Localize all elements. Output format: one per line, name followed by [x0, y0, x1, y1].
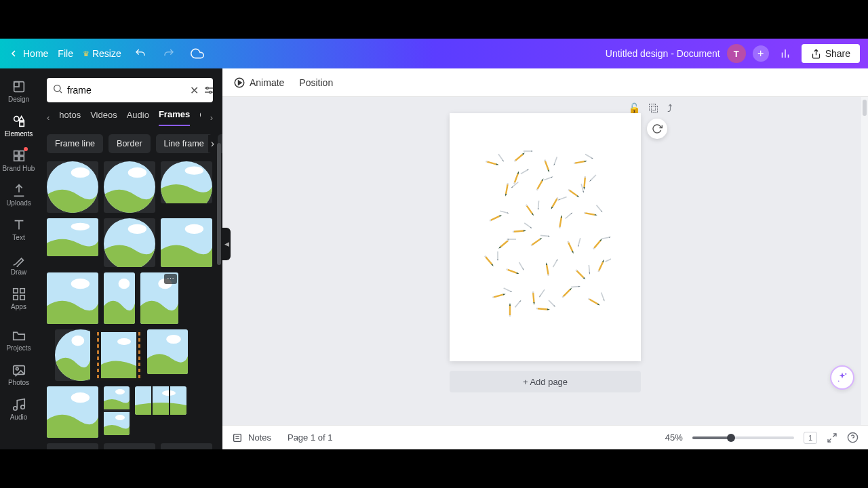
tab-videos[interactable]: Videos: [90, 110, 117, 125]
frame-thumb[interactable]: [161, 161, 212, 203]
help-button[interactable]: [847, 432, 859, 443]
canvas-vertical-scrollbar[interactable]: [861, 97, 868, 425]
rail-uploads[interactable]: Uploads: [0, 178, 37, 212]
frame-thumb[interactable]: [135, 386, 186, 415]
animate-button[interactable]: Animate: [233, 77, 284, 89]
page-1[interactable]: [450, 113, 641, 361]
page-content-image: [479, 143, 611, 319]
svg-rect-67: [97, 375, 99, 378]
zoom-slider[interactable]: [692, 436, 794, 439]
frame-thumb[interactable]: ⋯: [140, 272, 178, 324]
svg-rect-63: [97, 363, 99, 366]
add-page-button[interactable]: + Add page: [450, 371, 641, 392]
clear-search-button[interactable]: ✕: [190, 84, 199, 97]
svg-rect-150: [568, 242, 573, 251]
rail-elements[interactable]: Elements: [0, 108, 37, 143]
svg-rect-120: [490, 216, 500, 221]
rail-projects[interactable]: Projects: [0, 323, 37, 357]
rail-design[interactable]: Design: [0, 74, 37, 108]
file-menu[interactable]: File: [58, 48, 73, 59]
frame-thumb[interactable]: [104, 218, 155, 267]
panel-scrollbar[interactable]: [217, 143, 221, 265]
rail-audio[interactable]: Audio: [0, 392, 37, 426]
rail-brandhub[interactable]: Brand Hub: [0, 143, 37, 178]
svg-rect-190: [589, 298, 598, 304]
svg-rect-173: [589, 265, 591, 272]
chips-next-button[interactable]: ›: [208, 135, 217, 152]
share-button[interactable]: Share: [802, 44, 860, 63]
svg-rect-183: [540, 289, 545, 296]
svg-rect-137: [584, 212, 585, 214]
frame-thumb[interactable]: [47, 218, 98, 256]
frame-thumb[interactable]: [47, 161, 98, 213]
svg-point-49: [71, 336, 84, 346]
frame-thumb[interactable]: [161, 218, 212, 267]
frame-thumb[interactable]: [47, 386, 98, 438]
chip-frame-line[interactable]: Frame line: [47, 134, 103, 153]
svg-rect-188: [571, 286, 578, 288]
svg-point-6: [14, 117, 18, 121]
svg-point-72: [71, 392, 90, 403]
svg-point-21: [54, 85, 60, 92]
undo-button[interactable]: [131, 44, 150, 63]
resize-button[interactable]: ♛ Resize: [83, 48, 121, 59]
frame-more-button[interactable]: ⋯: [164, 274, 177, 284]
svg-marker-194: [604, 299, 606, 301]
frame-thumb[interactable]: [55, 329, 90, 381]
svg-rect-88: [498, 154, 503, 161]
svg-point-45: [119, 279, 130, 289]
home-button[interactable]: Home: [8, 48, 48, 59]
canvas-viewport[interactable]: 🔓 ⿻ ⤴ + Add page: [222, 97, 868, 425]
document-title[interactable]: Untitled design - Document: [606, 48, 720, 59]
sparkle-icon: [836, 371, 848, 384]
search-input[interactable]: [67, 85, 186, 96]
rail-draw[interactable]: Draw: [0, 247, 37, 281]
svg-rect-193: [601, 292, 604, 300]
assistant-button[interactable]: [830, 365, 854, 390]
chip-border[interactable]: Border: [108, 134, 151, 153]
svg-rect-57: [97, 344, 99, 348]
svg-marker-179: [510, 291, 512, 293]
user-avatar[interactable]: T: [727, 44, 746, 63]
undo-icon: [134, 47, 146, 60]
tab-charts[interactable]: Cha: [199, 110, 200, 125]
svg-rect-203: [559, 197, 567, 200]
position-button[interactable]: Position: [299, 77, 333, 88]
insights-button[interactable]: [776, 44, 795, 63]
svg-rect-65: [97, 369, 99, 372]
export-page-button[interactable]: ⤴: [667, 102, 673, 115]
collapse-panel-button[interactable]: ◀: [222, 228, 231, 260]
rail-apps[interactable]: Apps: [0, 281, 37, 316]
categories-prev-button[interactable]: ‹: [47, 113, 50, 123]
svg-rect-135: [585, 212, 595, 216]
chip-line-frame[interactable]: Line frame: [156, 134, 212, 153]
frame-thumb[interactable]: [147, 329, 188, 374]
refresh-button[interactable]: [647, 119, 667, 139]
svg-point-19: [13, 407, 17, 411]
svg-point-74: [115, 389, 125, 394]
frame-thumb[interactable]: [104, 161, 155, 213]
tab-frames[interactable]: Frames: [159, 109, 190, 126]
rail-photos[interactable]: Photos: [0, 357, 37, 392]
tab-audio[interactable]: Audio: [127, 110, 149, 125]
text-icon: [12, 218, 26, 232]
categories-next-button[interactable]: ›: [210, 113, 213, 123]
frame-thumb[interactable]: [96, 329, 142, 381]
add-collaborator-button[interactable]: +: [753, 45, 769, 62]
duplicate-page-button[interactable]: ⿻: [649, 102, 659, 115]
cloud-sync-button[interactable]: [188, 44, 207, 63]
tab-photos[interactable]: hotos: [59, 110, 81, 125]
svg-marker-154: [577, 245, 578, 247]
page-count-button[interactable]: 1: [804, 432, 817, 444]
frame-thumb[interactable]: [47, 272, 98, 324]
fullscreen-button[interactable]: [827, 432, 837, 443]
rail-text[interactable]: Text: [0, 212, 37, 247]
svg-rect-90: [515, 154, 523, 161]
svg-rect-11: [14, 157, 18, 161]
redo-button[interactable]: [159, 44, 178, 63]
filter-button[interactable]: [203, 84, 215, 96]
frame-thumb[interactable]: [104, 386, 130, 435]
uploads-icon: [12, 183, 26, 198]
frame-thumb[interactable]: [104, 272, 135, 324]
notes-button[interactable]: Notes: [232, 432, 271, 443]
